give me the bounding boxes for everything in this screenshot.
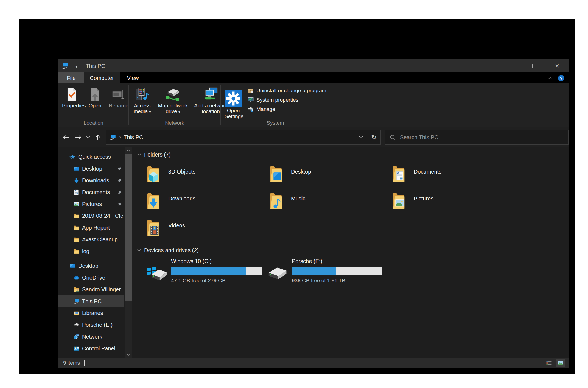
section-title[interactable]: Folders (7) [144, 152, 171, 158]
details-view-button[interactable] [544, 359, 554, 367]
uninstall-program-button[interactable]: Uninstall or change a program [247, 87, 326, 94]
group-label-location: Location [58, 120, 128, 127]
close-icon: ✕ [555, 63, 559, 69]
map-network-drive-button[interactable]: Map network drive ▾ [155, 83, 191, 115]
tile-desktop-icon [268, 164, 283, 185]
scroll-up-button[interactable] [125, 147, 132, 154]
collapse-section-icon[interactable] [137, 153, 141, 156]
side-folder-icon [73, 225, 80, 231]
collapse-section-icon[interactable] [137, 249, 141, 252]
section-title[interactable]: Devices and drives (2) [144, 247, 199, 253]
back-button[interactable] [60, 131, 72, 144]
folder-tile-label: Music [291, 196, 305, 202]
sidebar-item-label: App Report [82, 225, 110, 231]
ribbon-group-location: Properties Open Rename Location [58, 83, 128, 127]
help-icon: ? [560, 76, 562, 80]
folder-tile-videos[interactable]: Videos [146, 218, 268, 245]
devices-section-header: Devices and drives (2) [137, 246, 565, 254]
up-button[interactable] [92, 131, 103, 144]
navigation-bar: › This PC ↻ [58, 127, 569, 147]
up-arrow-icon [94, 135, 101, 140]
side-downloads-icon [73, 177, 80, 184]
sidebar-item-log[interactable]: log [58, 245, 124, 257]
sidebar-item-app-report[interactable]: App Report [58, 222, 124, 234]
rename-button[interactable]: Rename [106, 83, 130, 108]
address-dropdown-button[interactable] [355, 130, 367, 144]
tile-videos-icon [146, 218, 161, 238]
open-button[interactable]: Open [84, 83, 106, 108]
thumbnail-view-button[interactable] [556, 359, 565, 367]
scrollbar-thumb[interactable] [125, 154, 132, 301]
side-documents-icon [73, 189, 80, 196]
folder-tile-pictures[interactable]: Pictures [391, 191, 514, 218]
collapse-ribbon-button[interactable] [547, 71, 553, 85]
sidebar-item-sandro-villinger[interactable]: Sandro Villinger [58, 284, 124, 295]
refresh-button[interactable]: ↻ [367, 130, 380, 144]
caption-buttons: ✕ [500, 59, 569, 72]
properties-button[interactable]: Properties [60, 83, 84, 108]
forward-arrow-icon [75, 135, 82, 140]
tab-view[interactable]: View [120, 72, 146, 83]
breadcrumb[interactable]: This PC [124, 134, 143, 141]
side-folder-icon [73, 236, 80, 243]
folder-tile-label: Desktop [291, 169, 311, 175]
properties-icon [65, 87, 78, 102]
recent-locations-dropdown[interactable] [84, 131, 92, 144]
sidebar-item-quick-access[interactable]: Quick access [58, 151, 124, 163]
sidebar-item-2019-08-24-cle[interactable]: 2019-08-24 - Cle [58, 210, 124, 222]
sidebar-item-recycle-bin[interactable]: Recycle Bin [58, 354, 124, 358]
sidebar-item-control-panel[interactable]: Control Panel [58, 343, 124, 354]
details-view-icon [546, 360, 552, 366]
open-settings-button[interactable]: Open Settings [221, 83, 245, 119]
this-pc-icon [109, 134, 116, 140]
drive-tile-porsche-e[interactable]: Porsche (E:)936 GB free of 1.81 TB [267, 258, 387, 284]
folder-tile-music[interactable]: Music [268, 191, 391, 218]
minimize-button[interactable] [500, 59, 523, 72]
ribbon: Properties Open Rename Location Access m… [58, 83, 569, 127]
system-properties-button[interactable]: System properties [247, 97, 326, 103]
breadcrumb-chevron-icon: › [119, 133, 121, 141]
tab-file[interactable]: File [58, 72, 84, 83]
customize-toolbar-dropdown-icon[interactable]: ▾ [75, 64, 78, 68]
sidebar-item-libraries[interactable]: Libraries [58, 307, 124, 319]
sidebar-item-desktop[interactable]: Desktop [58, 163, 124, 175]
address-bar[interactable]: › This PC ↻ [106, 130, 381, 145]
file-explorer-window: ▾ This PC ✕ File Computer View ? [58, 59, 569, 368]
sidebar-item-label: Sandro Villinger [82, 286, 121, 293]
thumbnail-view-icon [558, 360, 564, 366]
folder-tile-documents[interactable]: Documents [391, 164, 514, 191]
access-media-icon [135, 87, 150, 102]
maximize-button[interactable] [523, 59, 546, 72]
help-button[interactable]: ? [558, 75, 564, 81]
sidebar-item-network[interactable]: Network [58, 331, 124, 343]
sidebar-scrollbar[interactable] [125, 147, 132, 358]
back-arrow-icon [63, 135, 69, 140]
sidebar-item-this-pc[interactable]: This PC [58, 295, 124, 307]
ribbon-group-system: Open Settings Uninstall or change a prog… [221, 83, 330, 127]
sidebar-item-onedrive[interactable]: OneDrive [58, 272, 124, 284]
sidebar-item-avast-cleanup[interactable]: Avast Cleanup [58, 234, 124, 245]
close-button[interactable]: ✕ [546, 59, 569, 72]
access-media-button[interactable]: Access media ▾ [129, 83, 155, 115]
sidebar-item-label: log [82, 248, 89, 255]
add-network-location-icon [203, 87, 219, 102]
folder-tile-desktop[interactable]: Desktop [268, 164, 391, 191]
dropdown-arrow-icon: ▾ [149, 110, 151, 114]
capacity-bar-fill [292, 267, 336, 275]
folder-tile-3d-objects[interactable]: 3D Objects [146, 164, 268, 191]
sidebar-item-downloads[interactable]: Downloads [58, 175, 124, 186]
drive-tile-windows-10-c[interactable]: Windows 10 (C:)47.1 GB free of 279 GB [146, 258, 267, 284]
tab-computer[interactable]: Computer [84, 72, 120, 83]
manage-button[interactable]: Manage [247, 106, 326, 113]
sidebar-item-pictures[interactable]: Pictures [58, 198, 124, 210]
scroll-down-button[interactable] [125, 351, 132, 358]
sidebar-item-documents[interactable]: Documents [58, 186, 124, 198]
search-icon [390, 135, 396, 140]
sidebar-item-porsche-e[interactable]: Porsche (E:) [58, 319, 124, 331]
search-input[interactable] [399, 134, 568, 141]
sidebar-item-desktop[interactable]: Desktop [58, 260, 124, 272]
folder-tile-downloads[interactable]: Downloads [146, 191, 268, 218]
forward-button[interactable] [72, 131, 84, 144]
capacity-bar-fill [171, 267, 246, 275]
search-box[interactable] [385, 130, 569, 145]
